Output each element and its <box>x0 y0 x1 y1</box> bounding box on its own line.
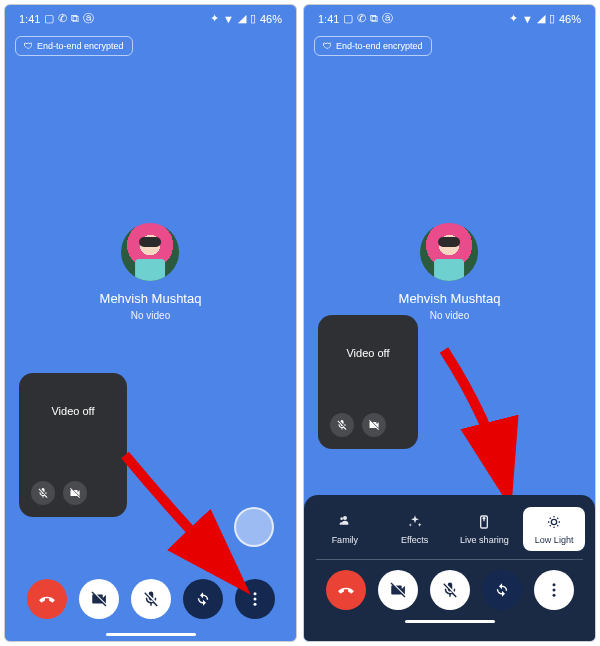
annotation-arrow <box>434 340 544 500</box>
mic-off-icon[interactable] <box>31 481 55 505</box>
status-time: 1:41 <box>318 13 339 25</box>
switch-camera-button[interactable] <box>183 579 223 619</box>
shield-icon: 🛡 <box>24 41 33 51</box>
pip-label: Video off <box>330 347 406 359</box>
panel-item-label: Effects <box>401 535 428 545</box>
record-icon: ▢ <box>44 12 54 25</box>
avatar <box>121 223 179 281</box>
signal-icon: ◢ <box>537 12 545 25</box>
svg-point-8 <box>552 594 555 597</box>
status-bar: 1:41 ▢ ✆ ⧉ ⓐ ✦ ▼ ◢ ▯ 46% <box>304 5 595 30</box>
vibrate-icon: ✦ <box>210 12 219 25</box>
signal-icon: ◢ <box>238 12 246 25</box>
encryption-chip[interactable]: 🛡 End-to-end encrypted <box>15 36 133 56</box>
screenshot-icon: ⧉ <box>71 12 79 25</box>
sparkles-icon <box>407 513 423 531</box>
encryption-chip[interactable]: 🛡 End-to-end encrypted <box>314 36 432 56</box>
video-off-icon[interactable] <box>362 413 386 437</box>
screenshot-icon: ⧉ <box>370 12 378 25</box>
battery-icon: ▯ <box>250 12 256 25</box>
panel-item-live-sharing[interactable]: Live sharing <box>454 507 516 551</box>
contact-block: Mehvish Mushtaq No video <box>100 223 202 321</box>
panel-item-label: Live sharing <box>460 535 509 545</box>
panel-divider <box>316 559 583 560</box>
nav-handle[interactable] <box>106 633 196 636</box>
panel-row: Family Effects Live sharing Low Light <box>314 507 585 551</box>
end-call-button[interactable] <box>326 570 366 610</box>
encryption-label: End-to-end encrypted <box>336 41 423 51</box>
panel-item-low-light[interactable]: Low Light <box>523 507 585 551</box>
self-preview-circle[interactable] <box>234 507 274 547</box>
svg-point-7 <box>552 589 555 592</box>
video-off-icon[interactable] <box>63 481 87 505</box>
pip-label: Video off <box>31 405 115 417</box>
status-battery: 46% <box>559 13 581 25</box>
contact-name: Mehvish Mushtaq <box>399 291 501 306</box>
panel-item-effects[interactable]: Effects <box>384 507 446 551</box>
wifi-icon: ▼ <box>223 13 234 25</box>
carrier-icon: ⓐ <box>83 11 94 26</box>
panel-item-label: Low Light <box>535 535 574 545</box>
shield-icon: 🛡 <box>323 41 332 51</box>
brightness-icon <box>546 513 562 531</box>
panel-item-family[interactable]: Family <box>314 507 376 551</box>
status-time: 1:41 <box>19 13 40 25</box>
record-icon: ▢ <box>343 12 353 25</box>
battery-icon: ▯ <box>549 12 555 25</box>
mic-off-icon[interactable] <box>330 413 354 437</box>
screenshot-right: 1:41 ▢ ✆ ⧉ ⓐ ✦ ▼ ◢ ▯ 46% 🛡 End-to-end en… <box>303 4 596 642</box>
status-battery: 46% <box>260 13 282 25</box>
toggle-video-button[interactable] <box>378 570 418 610</box>
nav-handle[interactable] <box>405 620 495 623</box>
svg-point-1 <box>253 598 256 601</box>
self-view-pip[interactable]: Video off <box>19 373 127 517</box>
switch-camera-button[interactable] <box>482 570 522 610</box>
toggle-mic-button[interactable] <box>131 579 171 619</box>
family-icon <box>337 513 353 531</box>
avatar <box>420 223 478 281</box>
self-view-pip[interactable]: Video off <box>318 315 418 449</box>
svg-point-5 <box>551 519 556 524</box>
whatsapp-icon: ✆ <box>58 12 67 25</box>
end-call-button[interactable] <box>27 579 67 619</box>
carrier-icon: ⓐ <box>382 11 393 26</box>
svg-point-0 <box>253 592 256 595</box>
contact-name: Mehvish Mushtaq <box>100 291 202 306</box>
whatsapp-icon: ✆ <box>357 12 366 25</box>
svg-point-2 <box>253 603 256 606</box>
screenshot-left: 1:41 ▢ ✆ ⧉ ⓐ ✦ ▼ ◢ ▯ 46% 🛡 End-to-end en… <box>4 4 297 642</box>
panel-item-label: Family <box>332 535 359 545</box>
svg-point-6 <box>552 583 555 586</box>
status-bar: 1:41 ▢ ✆ ⧉ ⓐ ✦ ▼ ◢ ▯ 46% <box>5 5 296 30</box>
contact-status: No video <box>100 310 202 321</box>
call-controls <box>314 570 585 610</box>
more-options-button[interactable] <box>534 570 574 610</box>
toggle-mic-button[interactable] <box>430 570 470 610</box>
contact-block: Mehvish Mushtaq No video <box>399 223 501 321</box>
more-options-button[interactable] <box>235 579 275 619</box>
phone-share-icon <box>476 513 492 531</box>
svg-point-3 <box>343 516 347 520</box>
toggle-video-button[interactable] <box>79 579 119 619</box>
vibrate-icon: ✦ <box>509 12 518 25</box>
options-panel: Family Effects Live sharing Low Light <box>304 495 595 641</box>
encryption-label: End-to-end encrypted <box>37 41 124 51</box>
wifi-icon: ▼ <box>522 13 533 25</box>
call-controls <box>5 579 296 619</box>
